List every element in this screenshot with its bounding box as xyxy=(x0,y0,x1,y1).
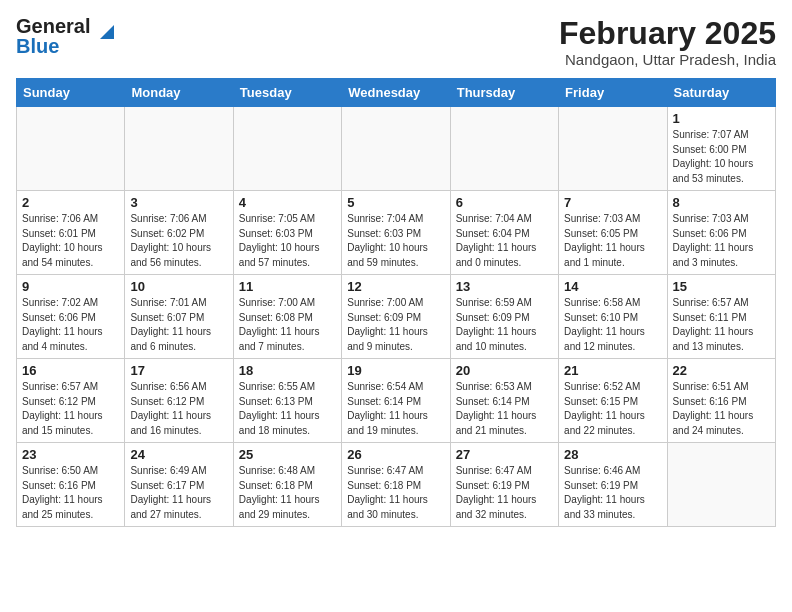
logo-blue: Blue xyxy=(16,36,90,56)
weekday-header-tuesday: Tuesday xyxy=(233,79,341,107)
day-info: Sunrise: 7:01 AM Sunset: 6:07 PM Dayligh… xyxy=(130,296,227,354)
calendar-cell: 23Sunrise: 6:50 AM Sunset: 6:16 PM Dayli… xyxy=(17,443,125,527)
day-info: Sunrise: 6:51 AM Sunset: 6:16 PM Dayligh… xyxy=(673,380,770,438)
month-title: February 2025 xyxy=(559,16,776,51)
calendar-cell: 26Sunrise: 6:47 AM Sunset: 6:18 PM Dayli… xyxy=(342,443,450,527)
calendar-cell xyxy=(233,107,341,191)
calendar-cell: 27Sunrise: 6:47 AM Sunset: 6:19 PM Dayli… xyxy=(450,443,558,527)
day-info: Sunrise: 7:06 AM Sunset: 6:02 PM Dayligh… xyxy=(130,212,227,270)
day-number: 6 xyxy=(456,195,553,210)
day-number: 24 xyxy=(130,447,227,462)
day-info: Sunrise: 6:55 AM Sunset: 6:13 PM Dayligh… xyxy=(239,380,336,438)
calendar-cell xyxy=(342,107,450,191)
weekday-header-monday: Monday xyxy=(125,79,233,107)
day-info: Sunrise: 7:03 AM Sunset: 6:06 PM Dayligh… xyxy=(673,212,770,270)
day-info: Sunrise: 7:00 AM Sunset: 6:08 PM Dayligh… xyxy=(239,296,336,354)
calendar-cell: 17Sunrise: 6:56 AM Sunset: 6:12 PM Dayli… xyxy=(125,359,233,443)
day-info: Sunrise: 7:00 AM Sunset: 6:09 PM Dayligh… xyxy=(347,296,444,354)
day-number: 1 xyxy=(673,111,770,126)
location-subtitle: Nandgaon, Uttar Pradesh, India xyxy=(559,51,776,68)
day-number: 3 xyxy=(130,195,227,210)
day-info: Sunrise: 6:59 AM Sunset: 6:09 PM Dayligh… xyxy=(456,296,553,354)
calendar-cell: 4Sunrise: 7:05 AM Sunset: 6:03 PM Daylig… xyxy=(233,191,341,275)
calendar-cell: 11Sunrise: 7:00 AM Sunset: 6:08 PM Dayli… xyxy=(233,275,341,359)
day-number: 15 xyxy=(673,279,770,294)
weekday-header-saturday: Saturday xyxy=(667,79,775,107)
day-number: 16 xyxy=(22,363,119,378)
day-info: Sunrise: 6:57 AM Sunset: 6:11 PM Dayligh… xyxy=(673,296,770,354)
day-info: Sunrise: 6:50 AM Sunset: 6:16 PM Dayligh… xyxy=(22,464,119,522)
week-row-4: 16Sunrise: 6:57 AM Sunset: 6:12 PM Dayli… xyxy=(17,359,776,443)
day-info: Sunrise: 6:49 AM Sunset: 6:17 PM Dayligh… xyxy=(130,464,227,522)
calendar-cell: 19Sunrise: 6:54 AM Sunset: 6:14 PM Dayli… xyxy=(342,359,450,443)
calendar-cell: 28Sunrise: 6:46 AM Sunset: 6:19 PM Dayli… xyxy=(559,443,667,527)
calendar-cell: 10Sunrise: 7:01 AM Sunset: 6:07 PM Dayli… xyxy=(125,275,233,359)
day-number: 4 xyxy=(239,195,336,210)
page-header: General Blue February 2025 Nandgaon, Utt… xyxy=(16,16,776,68)
calendar-cell: 20Sunrise: 6:53 AM Sunset: 6:14 PM Dayli… xyxy=(450,359,558,443)
day-info: Sunrise: 7:02 AM Sunset: 6:06 PM Dayligh… xyxy=(22,296,119,354)
calendar-cell: 12Sunrise: 7:00 AM Sunset: 6:09 PM Dayli… xyxy=(342,275,450,359)
calendar-cell: 22Sunrise: 6:51 AM Sunset: 6:16 PM Dayli… xyxy=(667,359,775,443)
svg-marker-0 xyxy=(100,25,114,39)
logo: General Blue xyxy=(16,16,118,56)
calendar-cell: 25Sunrise: 6:48 AM Sunset: 6:18 PM Dayli… xyxy=(233,443,341,527)
week-row-5: 23Sunrise: 6:50 AM Sunset: 6:16 PM Dayli… xyxy=(17,443,776,527)
day-info: Sunrise: 6:46 AM Sunset: 6:19 PM Dayligh… xyxy=(564,464,661,522)
calendar-cell: 18Sunrise: 6:55 AM Sunset: 6:13 PM Dayli… xyxy=(233,359,341,443)
calendar-cell: 24Sunrise: 6:49 AM Sunset: 6:17 PM Dayli… xyxy=(125,443,233,527)
calendar-cell: 13Sunrise: 6:59 AM Sunset: 6:09 PM Dayli… xyxy=(450,275,558,359)
calendar-cell xyxy=(667,443,775,527)
weekday-header-thursday: Thursday xyxy=(450,79,558,107)
week-row-1: 1Sunrise: 7:07 AM Sunset: 6:00 PM Daylig… xyxy=(17,107,776,191)
day-info: Sunrise: 6:52 AM Sunset: 6:15 PM Dayligh… xyxy=(564,380,661,438)
day-number: 28 xyxy=(564,447,661,462)
day-info: Sunrise: 6:47 AM Sunset: 6:18 PM Dayligh… xyxy=(347,464,444,522)
day-number: 20 xyxy=(456,363,553,378)
day-info: Sunrise: 6:47 AM Sunset: 6:19 PM Dayligh… xyxy=(456,464,553,522)
day-number: 10 xyxy=(130,279,227,294)
calendar-cell: 6Sunrise: 7:04 AM Sunset: 6:04 PM Daylig… xyxy=(450,191,558,275)
logo-triangle-icon xyxy=(96,21,118,43)
calendar-cell: 14Sunrise: 6:58 AM Sunset: 6:10 PM Dayli… xyxy=(559,275,667,359)
day-info: Sunrise: 7:04 AM Sunset: 6:04 PM Dayligh… xyxy=(456,212,553,270)
calendar-cell: 3Sunrise: 7:06 AM Sunset: 6:02 PM Daylig… xyxy=(125,191,233,275)
week-row-2: 2Sunrise: 7:06 AM Sunset: 6:01 PM Daylig… xyxy=(17,191,776,275)
day-number: 13 xyxy=(456,279,553,294)
day-number: 27 xyxy=(456,447,553,462)
week-row-3: 9Sunrise: 7:02 AM Sunset: 6:06 PM Daylig… xyxy=(17,275,776,359)
day-number: 8 xyxy=(673,195,770,210)
day-number: 22 xyxy=(673,363,770,378)
calendar-cell xyxy=(450,107,558,191)
day-info: Sunrise: 6:58 AM Sunset: 6:10 PM Dayligh… xyxy=(564,296,661,354)
calendar-cell: 5Sunrise: 7:04 AM Sunset: 6:03 PM Daylig… xyxy=(342,191,450,275)
day-number: 11 xyxy=(239,279,336,294)
day-number: 26 xyxy=(347,447,444,462)
day-info: Sunrise: 7:06 AM Sunset: 6:01 PM Dayligh… xyxy=(22,212,119,270)
logo-general: General xyxy=(16,16,90,36)
calendar-cell: 16Sunrise: 6:57 AM Sunset: 6:12 PM Dayli… xyxy=(17,359,125,443)
day-number: 5 xyxy=(347,195,444,210)
calendar-cell: 1Sunrise: 7:07 AM Sunset: 6:00 PM Daylig… xyxy=(667,107,775,191)
day-number: 25 xyxy=(239,447,336,462)
calendar-cell: 2Sunrise: 7:06 AM Sunset: 6:01 PM Daylig… xyxy=(17,191,125,275)
day-number: 18 xyxy=(239,363,336,378)
calendar-cell xyxy=(17,107,125,191)
title-section: February 2025 Nandgaon, Uttar Pradesh, I… xyxy=(559,16,776,68)
day-number: 23 xyxy=(22,447,119,462)
day-info: Sunrise: 7:04 AM Sunset: 6:03 PM Dayligh… xyxy=(347,212,444,270)
calendar-cell: 15Sunrise: 6:57 AM Sunset: 6:11 PM Dayli… xyxy=(667,275,775,359)
day-number: 12 xyxy=(347,279,444,294)
calendar-cell xyxy=(559,107,667,191)
day-number: 21 xyxy=(564,363,661,378)
day-info: Sunrise: 6:57 AM Sunset: 6:12 PM Dayligh… xyxy=(22,380,119,438)
day-number: 14 xyxy=(564,279,661,294)
calendar-cell: 21Sunrise: 6:52 AM Sunset: 6:15 PM Dayli… xyxy=(559,359,667,443)
day-info: Sunrise: 7:05 AM Sunset: 6:03 PM Dayligh… xyxy=(239,212,336,270)
calendar-cell: 8Sunrise: 7:03 AM Sunset: 6:06 PM Daylig… xyxy=(667,191,775,275)
day-info: Sunrise: 6:53 AM Sunset: 6:14 PM Dayligh… xyxy=(456,380,553,438)
day-info: Sunrise: 7:03 AM Sunset: 6:05 PM Dayligh… xyxy=(564,212,661,270)
calendar-cell xyxy=(125,107,233,191)
day-info: Sunrise: 7:07 AM Sunset: 6:00 PM Dayligh… xyxy=(673,128,770,186)
weekday-header-friday: Friday xyxy=(559,79,667,107)
